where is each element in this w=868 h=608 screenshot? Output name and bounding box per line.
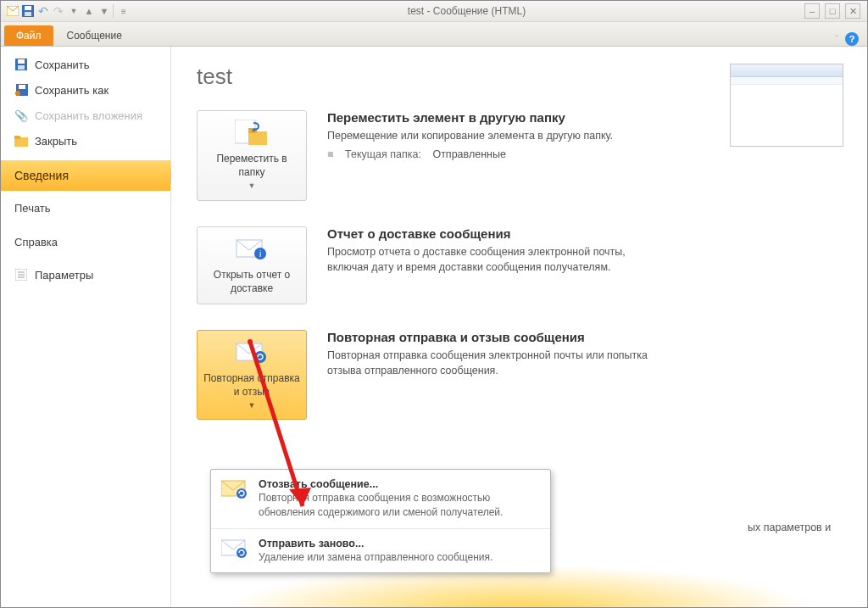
save-icon[interactable] bbox=[21, 4, 35, 18]
sidebar-close-label: Закрыть bbox=[35, 135, 77, 148]
svg-rect-3 bbox=[25, 12, 31, 16]
dropdown-recall-message[interactable]: Отозвать сообщение... Повторная отправка… bbox=[211, 470, 550, 529]
svg-rect-5 bbox=[18, 59, 25, 64]
sidebar-info-selected[interactable]: Сведения bbox=[1, 160, 170, 191]
section-resend-desc: Повторная отправка сообщения электронной… bbox=[327, 348, 649, 378]
save-as-icon bbox=[14, 83, 28, 97]
move-to-folder-label: Переместить в папку bbox=[203, 152, 301, 179]
tab-file[interactable]: Файл bbox=[4, 25, 53, 46]
sidebar-save-attachments: 📎 Сохранить вложения bbox=[1, 103, 170, 128]
dropdown-resend-message[interactable]: Отправить заново... Удаление или замена … bbox=[211, 529, 550, 573]
close-button[interactable]: ✕ bbox=[845, 3, 860, 19]
section-move-desc: Перемещение или копирование элемента в д… bbox=[327, 128, 613, 143]
sidebar-save[interactable]: Сохранить bbox=[1, 52, 170, 77]
redo-icon[interactable]: ↷ bbox=[52, 4, 65, 18]
recall-icon bbox=[221, 478, 248, 500]
preview-titlebar bbox=[731, 64, 843, 77]
undo-icon[interactable]: ↶ bbox=[36, 4, 50, 18]
section-delivery-text: Отчет о доставке сообщения Просмотр отче… bbox=[327, 226, 649, 280]
ribbon-tabs: Файл Сообщение ˇ ? bbox=[1, 22, 867, 47]
attachment-icon: 📎 bbox=[14, 109, 28, 122]
quick-access-toolbar: ↶ ↷ ▼ ▲ ▼ ≡ bbox=[1, 4, 136, 18]
chevron-down-icon: ▼ bbox=[248, 400, 256, 410]
maximize-button[interactable]: □ bbox=[825, 3, 840, 19]
backstage-body: Сохранить Сохранить как 📎 Сохранить влож… bbox=[1, 47, 867, 607]
dropdown-recall-desc: Повторная отправка сообщения с возможнос… bbox=[259, 491, 540, 520]
qat-dropdown-icon[interactable]: ▼ bbox=[67, 4, 81, 18]
svg-rect-17 bbox=[248, 131, 267, 145]
dropdown-resend-desc: Удаление или замена отправленного сообще… bbox=[259, 550, 540, 565]
move-folder-icon bbox=[235, 120, 269, 147]
delivery-report-icon: i bbox=[235, 236, 269, 263]
sidebar-close[interactable]: Закрыть bbox=[1, 128, 170, 153]
svg-point-9 bbox=[15, 91, 20, 96]
qat-customize-icon[interactable]: ≡ bbox=[113, 4, 131, 18]
sidebar-save-label: Сохранить bbox=[35, 59, 90, 71]
section-delivery-desc: Просмотр отчета о доставке сообщения эле… bbox=[327, 244, 649, 275]
resend-icon bbox=[221, 538, 248, 560]
sidebar-print-label: Печать bbox=[14, 202, 51, 215]
svg-point-23 bbox=[254, 351, 266, 363]
delivery-report-button[interactable]: i Открыть отчет о доставке bbox=[197, 226, 307, 304]
svg-rect-6 bbox=[18, 65, 25, 70]
svg-rect-8 bbox=[19, 85, 25, 89]
minimize-button[interactable]: – bbox=[804, 3, 820, 19]
tab-message[interactable]: Сообщение bbox=[55, 25, 134, 46]
section-resend-heading: Повторная отправка и отзыв сообщения bbox=[327, 330, 649, 344]
sidebar-save-attachments-label: Сохранить вложения bbox=[35, 109, 142, 122]
section-delivery-heading: Отчет о доставке сообщения bbox=[327, 226, 649, 241]
dropdown-recall-title: Отозвать сообщение... bbox=[259, 478, 540, 490]
app-window: ↶ ↷ ▼ ▲ ▼ ≡ test - Сообщение (HTML) – □ … bbox=[0, 0, 868, 608]
resend-recall-dropdown: Отозвать сообщение... Повторная отправка… bbox=[210, 469, 551, 573]
move-to-folder-button[interactable]: Переместить в папку ▼ bbox=[197, 110, 307, 201]
svg-rect-11 bbox=[14, 136, 20, 139]
window-controls: – □ ✕ bbox=[798, 3, 867, 19]
title-bar: ↶ ↷ ▼ ▲ ▼ ≡ test - Сообщение (HTML) – □ … bbox=[1, 1, 867, 22]
sidebar-print[interactable]: Печать bbox=[1, 191, 170, 225]
sidebar-save-as[interactable]: Сохранить как bbox=[1, 77, 170, 103]
section-move-text: Переместить элемент в другую папку Перем… bbox=[327, 110, 613, 160]
section-resend-text: Повторная отправка и отзыв сообщения Пов… bbox=[327, 330, 649, 383]
message-preview-thumbnail[interactable] bbox=[730, 64, 843, 147]
sidebar-options[interactable]: Параметры bbox=[1, 262, 170, 287]
sidebar-options-label: Параметры bbox=[35, 269, 93, 282]
sidebar-save-as-label: Сохранить как bbox=[35, 84, 108, 97]
truncated-text: ых параметров и bbox=[731, 522, 831, 533]
svg-rect-2 bbox=[25, 6, 31, 10]
sidebar-help[interactable]: Справка bbox=[1, 225, 170, 259]
window-title: test - Сообщение (HTML) bbox=[136, 5, 798, 17]
save-icon bbox=[14, 58, 28, 71]
help-icon[interactable]: ? bbox=[845, 32, 859, 46]
svg-point-27 bbox=[236, 548, 247, 558]
bullet-icon: ■ bbox=[327, 148, 334, 160]
previous-item-icon[interactable]: ▲ bbox=[82, 4, 96, 18]
current-folder-value: Отправленные bbox=[432, 148, 505, 160]
svg-point-25 bbox=[236, 488, 247, 499]
section-resend-recall: Повторная отправка и отзыв ▼ Повторная о… bbox=[197, 330, 842, 421]
svg-text:i: i bbox=[259, 249, 261, 259]
resend-recall-button[interactable]: Повторная отправка и отзыв ▼ bbox=[197, 330, 307, 421]
minimize-ribbon-icon[interactable]: ˇ bbox=[836, 35, 838, 44]
resend-recall-icon bbox=[235, 339, 269, 366]
dropdown-resend-title: Отправить заново... bbox=[259, 538, 540, 549]
mail-icon bbox=[6, 4, 19, 18]
close-folder-icon bbox=[14, 134, 28, 148]
next-item-icon[interactable]: ▼ bbox=[97, 4, 111, 18]
sidebar-info-label: Сведения bbox=[14, 169, 69, 182]
chevron-down-icon: ▼ bbox=[248, 181, 256, 191]
current-folder-label: Текущая папка: bbox=[345, 148, 421, 160]
backstage-sidebar: Сохранить Сохранить как 📎 Сохранить влож… bbox=[1, 47, 171, 607]
section-delivery-report: i Открыть отчет о доставке Отчет о доста… bbox=[197, 226, 842, 304]
current-folder-meta: ■ Текущая папка: Отправленные bbox=[327, 148, 613, 160]
delivery-report-label: Открыть отчет о доставке bbox=[203, 268, 301, 295]
resend-recall-label: Повторная отправка и отзыв bbox=[203, 371, 301, 399]
preview-ribbon bbox=[731, 77, 843, 85]
options-icon bbox=[14, 268, 28, 282]
section-move-heading: Переместить элемент в другую папку bbox=[327, 110, 613, 125]
sidebar-help-label: Справка bbox=[14, 236, 58, 248]
